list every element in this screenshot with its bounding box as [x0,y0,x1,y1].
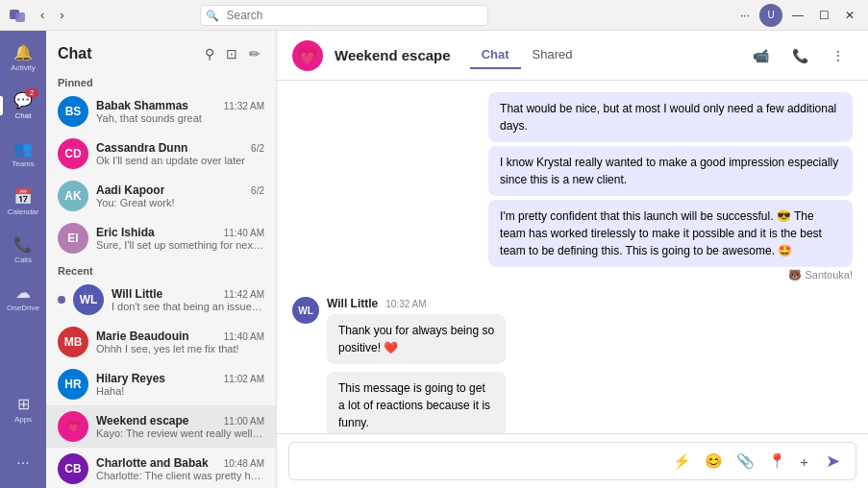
add-button[interactable]: + [796,450,812,474]
sidebar-item-apps[interactable]: ⊞ Apps [4,386,42,432]
avatar[interactable]: U [759,4,782,27]
message-content: Will Little 10:32 AM Thank you for alway… [327,297,603,433]
minimize-button[interactable]: — [786,6,809,25]
chat-info: Weekend escape 11:00 AM Kayo: The review… [96,414,264,439]
list-item[interactable]: EI Eric Ishida 11:40 AM Sure, I'll set u… [46,217,276,259]
chat-list-title: Chat [58,45,92,62]
message-time: 10:32 AM [385,299,426,309]
search-input[interactable] [200,5,488,26]
chat-badge: 2 [25,88,38,97]
avatar: HR [58,369,88,400]
audio-call-button[interactable]: 📞 [784,44,816,67]
chat-info: Cassandra Dunn 6/2 Ok I'll send an updat… [96,141,264,166]
chat-info: Babak Shammas 11:32 AM Yah, that sounds … [96,99,264,124]
group-name: Weekend escape [335,47,451,63]
video-call-button[interactable]: 📹 [745,44,777,67]
paperclip-icon: 📎 [736,452,755,469]
compose-button[interactable]: ✏ [245,42,264,65]
lightning-icon: ⚡ [673,452,691,469]
chat-info: Charlotte and Babak 10:48 AM Charlotte: … [96,456,264,481]
close-button[interactable]: ✕ [839,6,860,25]
location-icon: 📍 [768,452,786,469]
avatar: 💗 [58,411,88,442]
avatar: AK [58,181,88,211]
message-input[interactable] [297,454,663,469]
chat-info: Aadi Kapoor 6/2 You: Great work! [96,183,264,208]
sidebar-item-more[interactable]: ··· [4,440,42,486]
forward-button[interactable]: › [54,6,69,24]
group-avatar: 💗 [292,40,323,71]
chat-list-actions: ⚲ ⊡ ✏ [201,42,264,65]
video-icon: 📹 [753,48,769,63]
app-logo [8,6,27,25]
sidebar-item-calendar[interactable]: 📅 Calendar [4,179,42,225]
list-item[interactable]: CB Charlotte and Babak 10:48 AM Charlott… [46,448,276,488]
tab-chat[interactable]: Chat [470,41,521,69]
avatar: MB [58,327,88,357]
list-item[interactable]: MB Marie Beaudouin 11:40 AM Ohhh I see, … [46,321,276,363]
sidebar-item-chat[interactable]: 💬 Chat 2 [4,83,42,129]
list-item[interactable]: WL Will Little 11:42 AM I don't see that… [46,279,276,321]
sidebar-item-teams[interactable]: 👥 Teams [4,131,42,177]
chat-main: 💗 Weekend escape Chat Shared 📹 📞 ⋮ [277,31,868,488]
sender-name: Will Little [327,297,378,310]
more-options-button[interactable]: ··· [734,6,756,25]
tab-shared[interactable]: Shared [521,41,584,69]
calendar-icon: 📅 [13,187,33,206]
chat-list-header: Chat ⚲ ⊡ ✏ [46,31,276,71]
message-bubble: I'm pretty confident that this launch wi… [488,200,853,267]
chat-info: Hilary Reyes 11:02 AM Haha! [96,372,264,397]
list-item[interactable]: BS Babak Shammas 11:32 AM Yah, that soun… [46,90,276,133]
chat-tabs: Chat Shared [470,41,584,69]
search-icon: 🔍 [206,9,219,21]
svg-rect-1 [15,12,25,22]
nav-sidebar: 🔔 Activity 💬 Chat 2 👥 Teams 📅 Calendar 📞… [0,31,46,488]
emoji-button[interactable]: 😊 [701,449,727,474]
activity-icon: 🔔 [13,43,33,61]
location-button[interactable]: 📍 [764,449,790,474]
phone-icon: 📞 [792,48,808,63]
messages-area: That would be nice, but at most I would … [277,81,868,433]
apps-icon: ⊞ [17,395,30,413]
avatar: CB [58,453,88,484]
back-button[interactable]: ‹ [35,6,50,24]
avatar: WL [73,284,104,315]
attach-button[interactable]: ⚡ [669,449,695,474]
nav-buttons: ‹ › [35,6,70,24]
recent-label: Recent [46,259,276,279]
list-item[interactable]: CD Cassandra Dunn 6/2 Ok I'll send an up… [46,133,276,175]
message-bubble: I know Krystal really wanted to make a g… [488,146,853,196]
list-item[interactable]: AK Aadi Kapoor 6/2 You: Great work! [46,175,276,217]
emoji-icon: 🐻 [788,269,802,281]
avatar: EI [58,223,88,254]
list-item[interactable]: 💗 Weekend escape 11:00 AM Kayo: The revi… [46,405,276,448]
more-icon: ⋮ [831,48,845,63]
search-container: 🔍 [200,5,488,26]
send-icon: ➤ [826,451,840,471]
msg-group-sent: That would be nice, but at most I would … [292,92,853,281]
new-meeting-button[interactable]: ⊡ [222,42,241,65]
chat-list: Chat ⚲ ⊡ ✏ Pinned BS Babak Shammas 11:32… [46,31,277,488]
sidebar-item-calls[interactable]: 📞 Calls [4,227,42,273]
more-icon: ··· [16,454,29,472]
sidebar-item-activity[interactable]: 🔔 Activity [4,35,42,81]
chat-info: Marie Beaudouin 11:40 AM Ohhh I see, yes… [96,329,264,354]
teams-icon: 👥 [13,139,33,158]
sidebar-item-onedrive[interactable]: ☁ OneDrive [4,275,42,321]
more-chat-options-button[interactable]: ⋮ [824,44,853,67]
filter-button[interactable]: ⚲ [201,42,218,65]
list-item[interactable]: HR Hilary Reyes 11:02 AM Haha! [46,363,276,405]
message-with-avatar: WL Will Little 10:32 AM Thank you for al… [292,297,685,433]
maximize-button[interactable]: ☐ [813,6,835,25]
message-bubble: Thank you for always being so positive! … [327,314,506,364]
chat-items-container: Pinned BS Babak Shammas 11:32 AM Yah, th… [46,71,276,488]
message-bubble: This message is going to get a lot of re… [327,372,506,433]
onedrive-icon: ☁ [15,283,31,302]
chat-header: 💗 Weekend escape Chat Shared 📹 📞 ⋮ [277,31,868,81]
send-button[interactable]: ➤ [818,447,848,476]
attach-file-button[interactable]: 📎 [732,449,758,474]
plus-icon: + [800,453,808,470]
santouka-label: 🐻 Santouka! [788,269,853,281]
avatar: BS [58,96,88,127]
titlebar: ‹ › 🔍 ··· U — ☐ ✕ [0,0,868,31]
